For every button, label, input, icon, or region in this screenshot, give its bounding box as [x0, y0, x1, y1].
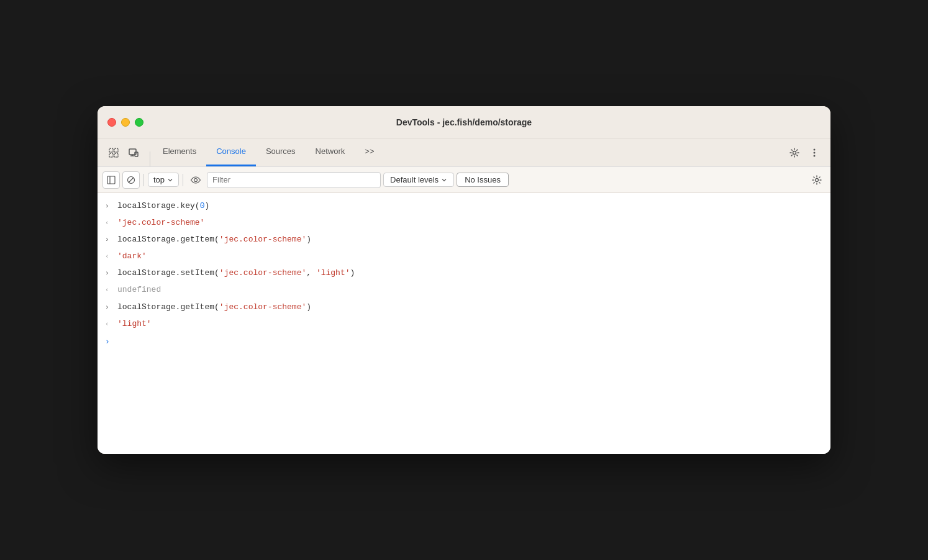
tab-bar-right-icons — [786, 144, 823, 166]
svg-point-16 — [194, 178, 198, 181]
tab-more[interactable]: >> — [355, 138, 384, 166]
more-menu-icon — [809, 148, 819, 158]
console-line-1: › localStorage.key(0) — [98, 198, 830, 215]
close-button[interactable] — [107, 118, 116, 127]
console-line-4: ‹ 'dark' — [98, 248, 830, 265]
console-line-5: › localStorage.setItem('jec.color-scheme… — [98, 265, 830, 282]
devtools-window: DevTools - jec.fish/demo/storage — [98, 106, 830, 454]
tab-elements[interactable]: Elements — [153, 138, 206, 166]
chevron-down-icon — [167, 177, 173, 183]
output-arrow-6: ‹ — [105, 284, 112, 296]
sidebar-toggle-icon — [107, 176, 116, 184]
more-menu-button[interactable] — [806, 144, 823, 161]
console-line-7: › localStorage.getItem('jec.color-scheme… — [98, 299, 830, 316]
minimize-button[interactable] — [121, 118, 130, 127]
tab-console[interactable]: Console — [206, 138, 256, 166]
input-arrow-7[interactable]: › — [105, 302, 112, 314]
maximize-button[interactable] — [135, 118, 143, 127]
live-expressions-button[interactable] — [187, 171, 204, 189]
console-settings-button[interactable] — [808, 171, 826, 189]
svg-line-15 — [129, 178, 134, 183]
input-arrow-5[interactable]: › — [105, 268, 112, 279]
cursor-selector-button[interactable] — [105, 144, 122, 161]
window-title: DevTools - jec.fish/demo/storage — [396, 117, 532, 127]
console-toolbar: top Default levels No Issues — [98, 167, 830, 193]
toolbar-divider-1 — [143, 174, 144, 186]
responsive-icon — [129, 148, 139, 158]
tab-bar-left-icons — [105, 144, 142, 166]
svg-point-11 — [814, 155, 816, 157]
no-issues-button[interactable]: No Issues — [457, 173, 509, 187]
tab-bar: Elements Console Sources Network >> — [98, 138, 830, 167]
console-output: › localStorage.key(0) ‹ 'jec.color-schem… — [98, 193, 830, 454]
console-prompt-arrow: › — [105, 335, 110, 349]
chevron-down-icon-levels — [441, 177, 447, 183]
console-line-2: ‹ 'jec.color-scheme' — [98, 215, 830, 232]
console-input-line[interactable]: › — [98, 333, 830, 351]
log-levels-button[interactable]: Default levels — [383, 173, 454, 187]
svg-rect-1 — [114, 148, 118, 152]
svg-rect-0 — [109, 148, 113, 152]
console-line-6: ‹ undefined — [98, 282, 830, 299]
clear-icon — [127, 176, 135, 184]
svg-point-10 — [814, 152, 816, 154]
output-arrow-8: ‹ — [105, 318, 112, 330]
title-bar: DevTools - jec.fish/demo/storage — [98, 106, 830, 138]
settings-button[interactable] — [786, 144, 803, 161]
responsive-mode-button[interactable] — [125, 144, 142, 161]
sidebar-toggle-button[interactable] — [102, 171, 120, 189]
svg-point-17 — [816, 178, 819, 181]
tab-separator — [150, 151, 150, 166]
tab-sources[interactable]: Sources — [256, 138, 306, 166]
console-gear-icon — [812, 175, 822, 185]
output-arrow-4: ‹ — [105, 251, 112, 263]
clear-console-button[interactable] — [122, 171, 140, 189]
svg-rect-12 — [107, 176, 115, 184]
console-line-8: ‹ 'light' — [98, 316, 830, 333]
toolbar-divider-2 — [183, 174, 183, 186]
console-line-3: › localStorage.getItem('jec.color-scheme… — [98, 232, 830, 248]
filter-input[interactable] — [207, 172, 381, 188]
context-dropdown[interactable]: top — [148, 173, 179, 187]
traffic-lights — [107, 118, 143, 127]
output-arrow-2: ‹ — [105, 217, 112, 229]
input-arrow-1[interactable]: › — [105, 201, 112, 212]
cursor-selector-icon — [109, 148, 119, 158]
eye-icon — [190, 176, 201, 184]
tab-network[interactable]: Network — [306, 138, 355, 166]
svg-rect-3 — [114, 153, 118, 157]
svg-point-8 — [793, 151, 796, 155]
input-arrow-3[interactable]: › — [105, 234, 112, 246]
svg-point-9 — [814, 149, 816, 151]
gear-icon — [789, 148, 799, 158]
svg-rect-2 — [109, 153, 113, 157]
